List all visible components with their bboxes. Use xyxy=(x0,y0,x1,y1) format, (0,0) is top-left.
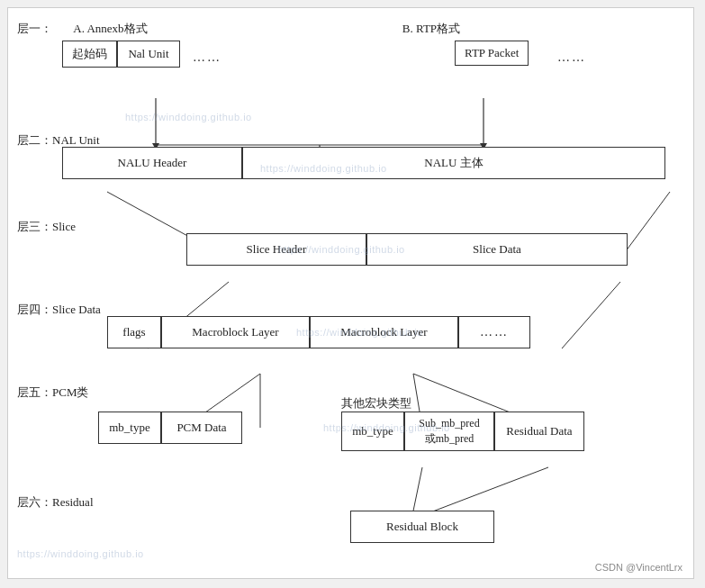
layer5-other-submb-box: Sub_mb_pred 或mb_pred xyxy=(404,412,494,451)
layer5-pcm-data-box: PCM Data xyxy=(161,412,242,444)
layer3-label: 层三：Slice xyxy=(17,220,76,233)
layer3-slice-data-box: Slice Data xyxy=(366,233,628,266)
layer6-residual-block-box: Residual Block xyxy=(350,511,494,543)
layer4-dots-box: …… xyxy=(458,316,530,348)
layer5-other-label: 其他宏块类型 xyxy=(341,395,411,412)
layer4-flags-box: flags xyxy=(107,316,161,348)
layer1-qishima-box: 起始码 xyxy=(62,41,117,68)
layer5-section: 层五：PCM类 mb_type PCM Data 其他宏块类型 mb_type … xyxy=(17,384,684,401)
csdn-credit: CSDN @VincentLrx xyxy=(595,562,682,573)
layer1-sectionB-label: B. RTP格式 xyxy=(402,22,460,35)
watermark-1: https://winddoing.github.io xyxy=(125,112,252,122)
layer4-label: 层四：Slice Data xyxy=(17,303,101,316)
layer4-mb-layer1-box: Macroblock Layer xyxy=(161,316,310,348)
layer1-sectionA-label: A. Annexb格式 xyxy=(73,22,147,35)
layer2-nalu-header-box: NALU Header xyxy=(62,147,242,179)
layer3-section: 层三：Slice Slice Header Slice Data xyxy=(17,219,684,235)
layer1-dots-A: …… xyxy=(193,50,221,65)
layer4-mb-layer2-box: Macroblock Layer xyxy=(310,316,458,348)
layer6-label: 层六：Residual xyxy=(17,495,94,509)
layer2-label: 层二：NAL Unit xyxy=(17,133,100,147)
watermark-6: https://winddoing.github.io xyxy=(17,548,144,559)
layer1-rtp-box: RTP Packet xyxy=(455,41,529,66)
layer4-section: 层四：Slice Data flags Macroblock Layer Mac… xyxy=(17,302,684,318)
layer6-section: 层六：Residual Residual Block xyxy=(17,494,684,511)
layer5-label: 层五：PCM类 xyxy=(17,385,88,399)
layer1-section: 层一： A. Annexb格式 B. RTP格式 起始码 Nal Unit ……… xyxy=(17,21,684,37)
layer5-residual-data-box: Residual Data xyxy=(494,412,584,451)
layer2-nalu-body-box: NALU 主体 xyxy=(242,147,665,179)
layer2-section: 层二：NAL Unit NALU Header NALU 主体 xyxy=(17,132,684,149)
layer1-label: 层一： xyxy=(17,22,52,35)
layer5-pcm-mbtype-box: mb_type xyxy=(98,412,161,444)
layer1-dots-B: …… xyxy=(557,50,586,65)
layer3-slice-header-box: Slice Header xyxy=(186,233,366,266)
layer1-nalunit-box: Nal Unit xyxy=(117,41,180,68)
layer5-other-mbtype-box: mb_type xyxy=(341,412,404,451)
